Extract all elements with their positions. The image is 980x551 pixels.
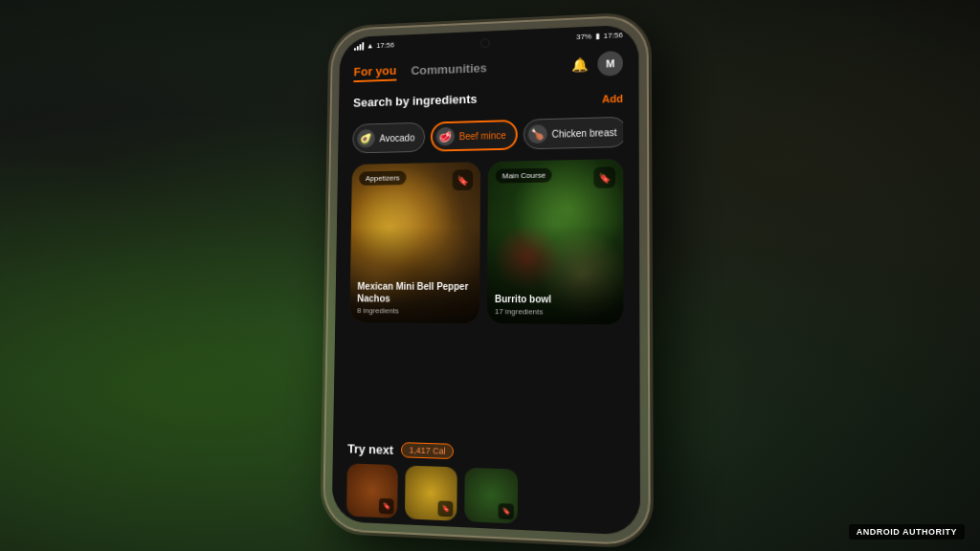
chip-avocado-label: Avocado	[380, 132, 415, 143]
add-button[interactable]: Add	[602, 92, 623, 104]
search-title: Search by ingredients	[353, 92, 478, 110]
nachos-title: Mexican Mini Bell Pepper Nachos	[357, 280, 472, 305]
time-display: 17:56	[603, 31, 622, 40]
recipe-cards-list: Appetizers 🔖 Mexican Mini Bell Pepper Na…	[349, 159, 623, 324]
search-section: Search by ingredients Add 🥑 Avocado 🥩 Be…	[338, 80, 639, 161]
burrito-bookmark[interactable]: 🔖	[593, 166, 615, 188]
beef-icon: 🥩	[435, 127, 455, 146]
watermark: ANDROID AUTHORITY	[849, 524, 965, 540]
signal-bar-1	[354, 48, 356, 51]
avocado-icon: 🥑	[357, 129, 375, 148]
burrito-info: Burrito bowl 17 ingredients	[487, 287, 624, 324]
status-left: ▲ 17:56	[354, 41, 394, 51]
nav-actions: 🔔 M	[571, 51, 623, 77]
mini-card-3-bookmark[interactable]: 🔖	[499, 503, 514, 519]
try-next-header: Try next 1,417 Cal	[347, 440, 624, 465]
chicken-icon: 🍗	[527, 124, 546, 143]
tab-for-you[interactable]: For you	[353, 63, 396, 82]
avatar[interactable]: M	[597, 51, 623, 77]
recipe-section: Appetizers 🔖 Mexican Mini Bell Pepper Na…	[333, 155, 640, 442]
nachos-subtitle: 8 ingredients	[357, 306, 472, 316]
nachos-bookmark[interactable]: 🔖	[453, 169, 474, 190]
burrito-subtitle: 17 ingredients	[495, 307, 615, 317]
nachos-badge: Appetizers	[359, 171, 406, 186]
phone-device: ▲ 17:56 37% ▮ 17:56 For you Communities …	[323, 14, 651, 546]
battery-icon: ▮	[595, 32, 599, 40]
signal-icon	[354, 42, 364, 51]
mini-card-1[interactable]: 🔖	[346, 463, 398, 518]
chip-beef-label: Beef mince	[459, 130, 506, 142]
chip-avocado[interactable]: 🥑 Avocado	[352, 122, 425, 154]
nav-tabs: For you Communities	[353, 59, 486, 82]
signal-bar-2	[357, 46, 359, 51]
calorie-badge: 1,417 Cal	[401, 442, 455, 459]
try-next-cards: 🔖 🔖 🔖	[346, 463, 624, 528]
ingredient-chips: 🥑 Avocado 🥩 Beef mince 🍗 Chicken breast …	[352, 117, 623, 154]
bell-icon[interactable]: 🔔	[571, 56, 588, 72]
tab-communities[interactable]: Communities	[411, 60, 487, 78]
try-next-section: Try next 1,417 Cal 🔖 🔖 🔖	[332, 432, 640, 536]
app-content: For you Communities 🔔 M Search by ingred…	[332, 42, 640, 535]
battery-percent: 37%	[576, 33, 591, 42]
burrito-title: Burrito bowl	[495, 293, 615, 306]
status-time: 17:56	[376, 41, 394, 50]
recipe-card-nachos[interactable]: Appetizers 🔖 Mexican Mini Bell Pepper Na…	[349, 162, 480, 323]
chip-beef-mince[interactable]: 🥩 Beef mince	[431, 120, 518, 152]
signal-bar-3	[359, 44, 361, 51]
burrito-badge: Main Course	[496, 168, 552, 184]
nachos-info: Mexican Mini Bell Pepper Nachos 8 ingred…	[349, 275, 479, 323]
signal-bar-4	[362, 42, 364, 51]
mini-card-2[interactable]: 🔖	[405, 465, 457, 520]
mini-card-3[interactable]: 🔖	[464, 468, 518, 524]
chip-chicken-label: Chicken breast	[552, 127, 617, 140]
wifi-icon: ▲	[367, 42, 374, 51]
status-right: 37% ▮ 17:56	[576, 31, 623, 41]
mini-card-2-bookmark[interactable]: 🔖	[437, 500, 453, 517]
mini-card-1-bookmark[interactable]: 🔖	[379, 498, 394, 515]
phone-screen: ▲ 17:56 37% ▮ 17:56 For you Communities …	[332, 24, 640, 535]
chip-chicken-breast[interactable]: 🍗 Chicken breast	[523, 117, 623, 150]
try-next-label: Try next	[347, 441, 393, 457]
recipe-card-burrito[interactable]: Main Course 🔖 Burrito bowl 17 ingredient…	[487, 159, 624, 324]
